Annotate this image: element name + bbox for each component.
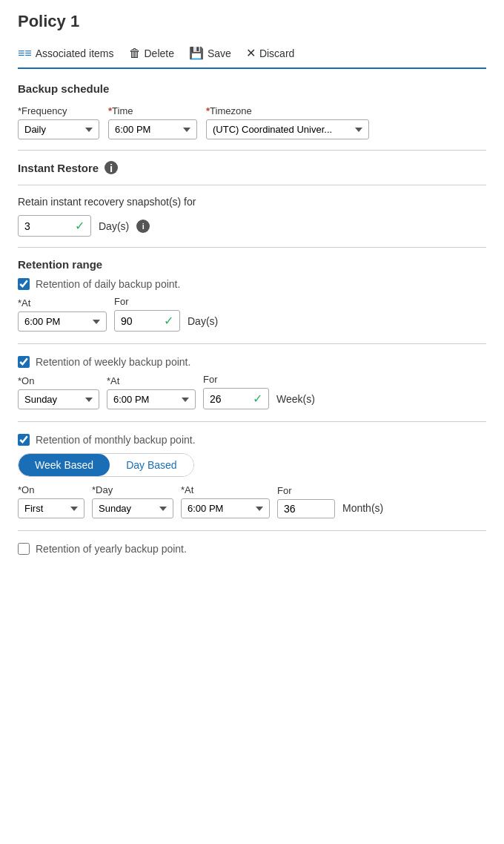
weekly-at-group: *At 6:00 PM 12:00 AM 6:00 AM 12:00 PM — [107, 375, 196, 409]
retain-input[interactable] — [24, 220, 69, 232]
monthly-day-select[interactable]: Sunday Monday Tuesday Wednesday Thursday… — [92, 498, 173, 518]
monthly-on-group: *On First Second Third Fourth Last — [18, 484, 84, 518]
weekly-for-check: ✓ — [253, 392, 262, 406]
weekly-for-group: For ✓ — [203, 374, 269, 409]
daily-checkbox[interactable] — [18, 278, 30, 290]
weekly-on-group: *On Sunday Monday Tuesday Wednesday Thur… — [18, 375, 99, 409]
daily-checkbox-wrap: Retention of daily backup point. — [18, 278, 180, 290]
daily-for-wrap: ✓ — [114, 310, 180, 332]
retain-row: ✓ Day(s) i — [18, 215, 486, 237]
weekly-at-label: *At — [107, 375, 196, 386]
time-label: *Time — [108, 105, 197, 116]
instant-restore-info-icon[interactable]: i — [105, 161, 118, 174]
save-button[interactable]: 💾 Save — [189, 44, 231, 62]
page-title: Policy 1 — [18, 12, 486, 31]
retain-check-icon: ✓ — [75, 219, 84, 233]
monthly-day-group: *Day Sunday Monday Tuesday Wednesday Thu… — [92, 484, 173, 518]
weekly-retention-block: Retention of weekly backup point. *On Su… — [18, 356, 486, 409]
yearly-checkbox-wrap: Retention of yearly backup point. — [18, 543, 187, 555]
daily-at-group: *At 6:00 PM 12:00 AM 6:00 AM 12:00 PM — [18, 297, 107, 332]
monthly-at-select[interactable]: 6:00 PM 12:00 AM 6:00 AM 12:00 PM — [181, 498, 270, 518]
frequency-label: *Frequency — [18, 105, 99, 116]
weekly-unit: Week(s) — [276, 393, 315, 409]
monthly-retention-row: Retention of monthly backup point. — [18, 434, 486, 446]
monthly-for-group: For — [277, 485, 335, 518]
instant-restore-header: Instant Restore i — [18, 161, 486, 174]
retain-unit: Day(s) — [99, 220, 129, 232]
monthly-unit: Month(s) — [342, 502, 383, 518]
weekly-at-select[interactable]: 6:00 PM 12:00 AM 6:00 AM 12:00 PM — [107, 389, 196, 409]
monthly-day-label: *Day — [92, 484, 173, 495]
frequency-group: *Frequency Daily Weekly Monthly — [18, 105, 99, 139]
monthly-checkbox[interactable] — [18, 434, 30, 446]
instant-restore-divider — [18, 185, 486, 185]
monthly-sub-form: *On First Second Third Fourth Last *Day … — [18, 484, 486, 518]
weekly-for-wrap: ✓ — [203, 388, 269, 409]
monthly-separator — [18, 530, 486, 531]
backup-schedule-form: *Frequency Daily Weekly Monthly *Time 6:… — [18, 105, 486, 139]
monthly-for-input[interactable] — [284, 503, 328, 515]
day-based-button[interactable]: Day Based — [110, 454, 193, 476]
instant-restore-bottom-divider — [18, 247, 486, 248]
weekly-retention-label: Retention of weekly backup point. — [36, 356, 190, 368]
monthly-retention-label: Retention of monthly backup point. — [36, 434, 196, 446]
monthly-retention-block: Retention of monthly backup point. Week … — [18, 434, 486, 518]
associated-items-button[interactable]: ≡≡ Associated items — [18, 45, 114, 62]
schedule-divider — [18, 150, 486, 151]
monthly-at-group: *At 6:00 PM 12:00 AM 6:00 AM 12:00 PM — [181, 484, 270, 518]
monthly-on-label: *On — [18, 484, 84, 495]
weekly-separator — [18, 421, 486, 422]
weekly-on-label: *On — [18, 375, 99, 386]
daily-at-select[interactable]: 6:00 PM 12:00 AM 6:00 AM 12:00 PM — [18, 311, 107, 332]
monthly-on-select[interactable]: First Second Third Fourth Last — [18, 498, 84, 518]
retain-label: Retain instant recovery snapshot(s) for — [18, 196, 486, 208]
retain-info-icon[interactable]: i — [136, 220, 150, 233]
weekly-for-input[interactable] — [210, 393, 247, 405]
yearly-retention-row: Retention of yearly backup point. — [18, 543, 486, 555]
daily-unit: Day(s) — [188, 315, 218, 332]
weekly-sub-form: *On Sunday Monday Tuesday Wednesday Thur… — [18, 374, 486, 409]
weekly-checkbox-wrap: Retention of weekly backup point. — [18, 356, 190, 368]
frequency-select[interactable]: Daily Weekly Monthly — [18, 119, 99, 139]
daily-retention-block: Retention of daily backup point. *At 6:0… — [18, 278, 486, 332]
retention-range-title: Retention range — [18, 258, 486, 271]
discard-button[interactable]: ✕ Discard — [246, 44, 294, 62]
daily-for-label: For — [114, 296, 180, 307]
weekly-checkbox[interactable] — [18, 356, 30, 368]
discard-icon: ✕ — [246, 46, 256, 60]
daily-for-check: ✓ — [164, 314, 173, 328]
time-select[interactable]: 6:00 PM 12:00 AM 6:00 AM 12:00 PM — [108, 119, 197, 139]
monthly-for-label: For — [277, 485, 335, 496]
yearly-retention-label: Retention of yearly backup point. — [36, 543, 187, 555]
monthly-at-label: *At — [181, 484, 270, 495]
timezone-group: *Timezone (UTC) Coordinated Univer... (U… — [206, 105, 369, 139]
monthly-for-wrap — [277, 499, 335, 518]
daily-for-group: For ✓ — [114, 296, 180, 332]
instant-restore-title: Instant Restore — [18, 162, 99, 174]
weekly-for-label: For — [203, 374, 269, 385]
retain-input-wrap: ✓ — [18, 215, 91, 237]
yearly-checkbox[interactable] — [18, 543, 30, 555]
toolbar: ≡≡ Associated items 🗑 Delete 💾 Save ✕ Di… — [18, 39, 486, 69]
timezone-label: *Timezone — [206, 105, 369, 116]
weekly-on-select[interactable]: Sunday Monday Tuesday Wednesday Thursday… — [18, 389, 99, 409]
daily-for-input[interactable] — [121, 315, 158, 327]
daily-at-label: *At — [18, 297, 107, 309]
time-group: *Time 6:00 PM 12:00 AM 6:00 AM 12:00 PM — [108, 105, 197, 139]
monthly-toggle-group: Week Based Day Based — [18, 453, 194, 477]
delete-icon: 🗑 — [129, 47, 141, 60]
daily-sub-form: *At 6:00 PM 12:00 AM 6:00 AM 12:00 PM Fo… — [18, 296, 486, 332]
daily-separator — [18, 343, 486, 344]
grid-icon: ≡≡ — [18, 47, 32, 60]
backup-schedule-title: Backup schedule — [18, 82, 486, 95]
yearly-retention-block: Retention of yearly backup point. — [18, 543, 486, 555]
daily-retention-label: Retention of daily backup point. — [36, 278, 180, 290]
delete-button[interactable]: 🗑 Delete — [129, 45, 174, 62]
timezone-select[interactable]: (UTC) Coordinated Univer... (UTC-5) East… — [206, 119, 369, 139]
week-based-button[interactable]: Week Based — [19, 454, 110, 476]
save-icon: 💾 — [189, 46, 204, 60]
monthly-checkbox-wrap: Retention of monthly backup point. — [18, 434, 196, 446]
weekly-retention-row: Retention of weekly backup point. — [18, 356, 486, 368]
daily-retention-row: Retention of daily backup point. — [18, 278, 486, 290]
